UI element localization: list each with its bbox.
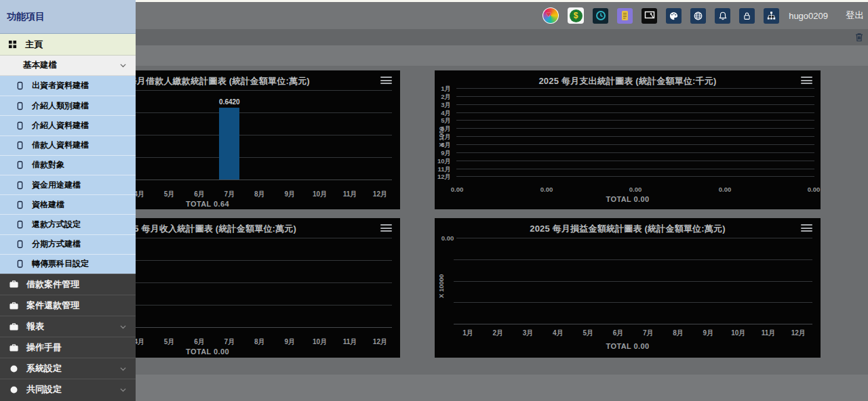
x-axis-label: 1月 [462,329,473,338]
record-icon [16,121,24,130]
sidebar-item-label: 介紹人資料建檔 [32,120,89,131]
sidebar-item-dark[interactable]: 借款案件管理 [0,274,136,295]
record-icon [16,220,24,229]
sidebar-item[interactable]: 還款方式設定 [0,214,136,234]
sidebar-item-dark[interactable]: 系統設定 [0,358,136,379]
sidebar-item-label: 出資者資料建檔 [32,80,89,91]
x-tick-label: 0.00 [451,186,464,193]
logout-button[interactable]: 登出 [846,9,864,22]
chart-panel: 2025 每月損益金額統計圖表 (統計金額單位:萬元)0.00X 100001月… [435,218,821,358]
x-axis-label: 9月 [284,190,295,199]
x-axis-label: 12月 [373,337,387,347]
x-tick-label: 0.00 [719,186,732,193]
hamburger-menu-icon[interactable] [380,224,392,233]
chart-title: 2025 每月支出統計圖表 (統計金額單位:千元) [435,75,821,87]
sidebar-item-label: 介紹人類別建檔 [32,100,89,112]
chevron-down-icon [119,322,127,331]
sidebar-item-dark[interactable]: 報表 [0,316,136,337]
sidebar-group-basic-files[interactable]: 基本建檔 [0,56,136,76]
gridline [456,144,814,145]
sidebar-item[interactable]: 資金用途建檔 [0,175,136,194]
briefcase-icon [9,301,26,311]
gridline [454,324,812,324]
record-icon [16,200,24,209]
sidebar-item-label: 借款案件管理 [26,278,127,291]
x-axis-label: 12月 [791,329,806,338]
globe-icon[interactable] [690,8,706,24]
x-axis-label: 4月 [553,329,564,338]
scroll-icon[interactable] [617,8,633,24]
gridline [454,259,812,260]
chart-total-label: TOTAL 0.00 [435,195,821,203]
sidebar-item[interactable]: 介紹人類別建檔 [0,96,136,115]
x-axis-label: 7月 [224,190,235,199]
clock-icon[interactable] [593,8,608,24]
gridline [456,96,814,97]
gridline [454,302,812,303]
sidebar-item[interactable]: 轉傳票科目設定 [0,254,136,274]
sidebar-item-label: 資格建檔 [32,199,64,211]
record-icon [16,141,24,150]
sidebar-item-label: 轉傳票科目設定 [32,258,89,270]
x-axis-label: 10月 [313,190,327,199]
x-axis-label: 11月 [343,190,357,199]
gridline [454,281,812,282]
x-axis-label: 6月 [194,190,205,199]
sidebar-item-label: 分期方式建檔 [32,238,81,250]
circle-icon [9,364,26,374]
trash-icon[interactable] [854,32,865,43]
x-axis-label: 6月 [194,337,205,347]
gridline [456,161,814,161]
chart-total-label: TOTAL 0.00 [435,342,821,350]
sidebar-item-dark[interactable]: 操作手冊 [0,337,136,358]
sidebar-item[interactable]: 出資者資料建檔 [0,76,136,96]
screen-icon[interactable] [642,8,657,24]
sitemap-icon[interactable] [764,8,779,24]
gridline [456,128,814,129]
x-tick-label: 0.00 [629,186,642,193]
circle-icon [9,385,26,395]
x-axis-label: 8月 [673,329,684,338]
chart-panel: 2025 每月支出統計圖表 (統計金額單位:千元)1月2月3月4月5月6月7月8… [435,70,821,209]
hamburger-menu-icon[interactable] [801,77,812,85]
bank-coin-icon[interactable]: $ [568,7,584,24]
hamburger-menu-icon[interactable] [801,224,812,233]
x-axis-label: 8月 [254,337,265,347]
sidebar-item[interactable]: 借款對象 [0,155,136,175]
sidebar-item-label: 借款對象 [32,159,64,171]
sidebar-item-home[interactable]: 主頁 [0,34,136,56]
x-axis-label: 9月 [284,337,295,347]
sidebar-item-label: 借款人資料建檔 [32,140,89,151]
x-axis-label: 6月 [613,329,624,338]
sidebar-item-dark[interactable]: 共同設定 [0,379,136,400]
x-axis-label: 7月 [224,337,235,347]
palette-icon[interactable] [666,8,682,24]
lock-icon[interactable] [739,8,755,24]
bar[interactable] [219,108,239,180]
sidebar-item-label: 還款方式設定 [32,219,81,230]
sidebar-item[interactable]: 借款人資料建檔 [0,135,136,155]
briefcase-icon [9,322,26,332]
gridline [456,104,814,105]
sidebar-item[interactable]: 介紹人資料建檔 [0,115,136,135]
y-axis-scale-label: X 10000 [437,274,445,298]
bell-icon[interactable] [715,8,730,24]
y-axis-scale-label: X 1000 [437,127,445,147]
x-tick-label: 0.00 [540,186,553,193]
app-logo-icon[interactable]: ♥ [542,7,559,24]
hamburger-menu-icon[interactable] [380,77,392,85]
x-axis-label: 11月 [343,337,357,347]
gridline [456,176,814,177]
x-tick-label: 0.00 [808,186,821,193]
sidebar-item-label: 操作手冊 [26,341,127,354]
sidebar-item[interactable]: 資格建檔 [0,194,136,214]
sidebar-item-label: 主頁 [25,39,43,51]
sidebar-item[interactable]: 分期方式建檔 [0,234,136,254]
record-icon [16,102,24,110]
sidebar-item-label: 案件還款管理 [26,299,127,312]
chevron-down-icon [119,364,127,373]
gridline [456,112,814,113]
gridline [456,152,814,153]
gridline [456,238,812,238]
sidebar-item-dark[interactable]: 案件還款管理 [0,295,136,316]
